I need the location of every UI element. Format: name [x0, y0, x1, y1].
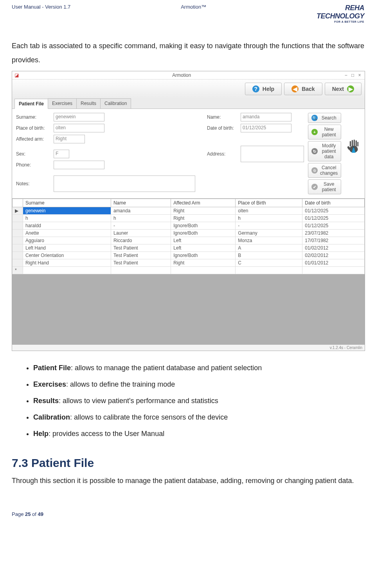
tab-exercises[interactable]: Exercises [48, 98, 77, 109]
bullet-list: Patient File: allows to manage the patie… [12, 361, 364, 441]
plus-icon: + [311, 129, 318, 135]
col-surname[interactable]: Surname [23, 199, 111, 207]
sex-select[interactable]: F [54, 150, 69, 158]
header-left: User Manual - Version 1.7 [12, 4, 70, 10]
dob-input[interactable]: 01/12/2025 [241, 124, 291, 132]
next-icon: ▶ [347, 85, 354, 92]
svg-rect-5 [358, 142, 359, 147]
dob-label: Date of birth: [207, 125, 238, 131]
table-row[interactable]: ▶geneweinamandaRightolten01/12/2025 [13, 207, 365, 215]
name-label: Name: [207, 114, 238, 120]
surname-input[interactable]: genewein [54, 113, 104, 121]
patient-table: Surname Name Affected Arm Place of Birth… [12, 198, 365, 345]
col-arm[interactable]: Affected Arm [171, 199, 236, 207]
tab-calibration[interactable]: Calibration [100, 98, 131, 109]
affected-label: Affected arm: [16, 136, 51, 142]
window-controls: − □ × [343, 72, 362, 78]
phone-input[interactable] [54, 161, 104, 169]
table-row[interactable]: hhRighth01/12/2025 [13, 215, 365, 222]
address-label: Address: [207, 151, 238, 157]
maximize-icon[interactable]: □ [350, 72, 356, 78]
table-row[interactable]: Right HandTest PatientRightC01/01/2012 [13, 259, 365, 267]
next-button[interactable]: Next ▶ [325, 83, 362, 95]
bullet-help: Help: provides access to the User Manual [33, 427, 364, 441]
grid-empty-area [12, 274, 365, 345]
form-area: Surname:genewein Place of birth:olten Af… [12, 109, 365, 198]
header-center: Armotion™ [181, 4, 206, 10]
save-button[interactable]: ✔Save patient [308, 179, 341, 194]
top-toolbar: ? Help ◀ Back Next ▶ [12, 80, 365, 98]
surname-label: Surname: [16, 114, 51, 120]
table-row[interactable]: Left HandTest PatientLeftA01/02/2012 [13, 244, 365, 252]
table-row[interactable]: Center OrientationTest PatientIgnore/Bot… [13, 252, 365, 259]
save-icon: ✔ [311, 184, 318, 190]
search-button[interactable]: 🔍Search [308, 113, 341, 123]
svg-point-7 [353, 147, 354, 148]
new-patient-button[interactable]: +New patient [308, 125, 341, 139]
hand-image [345, 113, 361, 179]
document-header: User Manual - Version 1.7 Armotion™ REHA… [12, 4, 364, 23]
tab-patient-file[interactable]: Patient File [14, 99, 48, 109]
help-icon: ? [252, 85, 259, 92]
search-icon: 🔍 [311, 115, 318, 121]
window-title: Armotion [20, 72, 343, 78]
section-text: Through this section it is possible to m… [12, 474, 364, 488]
svg-rect-4 [356, 140, 357, 147]
table-row[interactable]: AnetteLaunerIgnore/BothGermany23/07/1982 [13, 230, 365, 237]
svg-rect-2 [352, 140, 353, 147]
page-footer: Page 25 of 49 [12, 511, 364, 517]
window-titlebar: ◪ Armotion − □ × [12, 71, 365, 80]
table-row[interactable]: AgguiaroRiccardoLeftMonza17/07/1982 [13, 237, 365, 244]
logo: REHATECHNOLOGY FOR A BETTER LIFE [317, 4, 364, 23]
notes-label: Notes: [16, 181, 51, 186]
app-screenshot: ◪ Armotion − □ × ? Help ◀ Back Next ▶ [12, 71, 365, 351]
bullet-patient-file: Patient File: allows to manage the patie… [33, 361, 364, 375]
place-label: Place of birth: [16, 125, 51, 131]
minimize-icon[interactable]: − [343, 72, 349, 78]
modify-button[interactable]: ↻Modify patient data [308, 141, 341, 161]
bullet-exercises: Exercises: allows to define the training… [33, 377, 364, 391]
section-heading: 7.3 Patient File [12, 456, 364, 470]
app-icon: ◪ [14, 72, 20, 78]
notes-textarea[interactable] [54, 175, 195, 192]
version-tag: v.1.2.4s - Ceramlin [12, 345, 365, 351]
tab-results[interactable]: Results [76, 98, 101, 109]
table-row-new[interactable]: * [13, 267, 365, 274]
address-textarea[interactable] [241, 146, 304, 162]
cancel-icon: ⦸ [311, 167, 318, 174]
intro-paragraph: Each tab is associated to a specific com… [12, 39, 364, 67]
name-input[interactable]: amanda [241, 113, 291, 121]
svg-rect-3 [354, 139, 355, 147]
back-icon: ◀ [291, 85, 299, 92]
edit-icon: ↻ [311, 148, 318, 154]
bullet-results: Results: allows to view patient's perfor… [33, 394, 364, 408]
sex-label: Sex: [16, 151, 51, 157]
place-input[interactable]: olten [54, 124, 104, 132]
affected-select[interactable]: Right [54, 135, 85, 143]
phone-label: Phone: [16, 162, 51, 168]
back-button[interactable]: ◀ Back [284, 83, 322, 95]
col-name[interactable]: Name [111, 199, 171, 207]
close-icon[interactable]: × [357, 72, 362, 78]
bullet-calibration: Calibration: allows to calibrate the for… [33, 410, 364, 424]
table-row[interactable]: haraldd-Ignore/Both-01/12/2025 [13, 222, 365, 230]
col-dob[interactable]: Date of birth [302, 199, 365, 207]
help-button[interactable]: ? Help [245, 83, 282, 95]
cancel-button[interactable]: ⦸Cancel changes [308, 163, 341, 178]
action-buttons: 🔍Search +New patient ↻Modify patient dat… [308, 113, 341, 194]
svg-rect-1 [350, 141, 351, 147]
tab-bar: Patient File Exercises Results Calibrati… [12, 98, 365, 109]
col-place[interactable]: Place of Birth [236, 199, 302, 207]
